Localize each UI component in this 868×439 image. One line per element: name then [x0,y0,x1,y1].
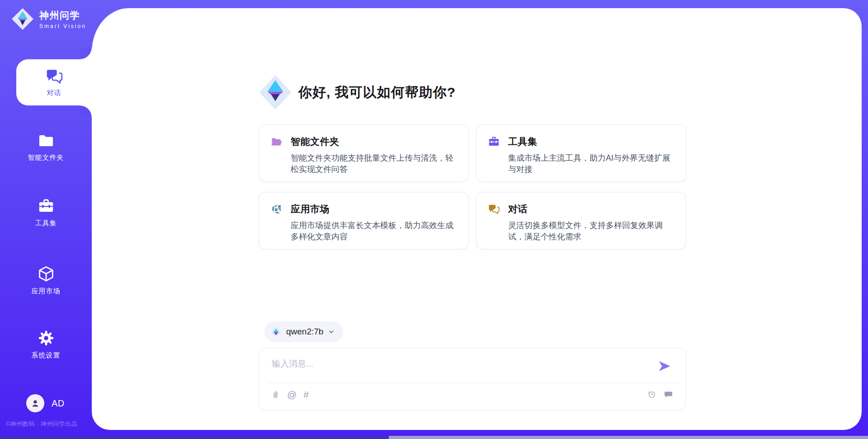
hashtag-icon[interactable]: # [303,390,309,400]
user-name: AD [52,398,65,409]
brand-name: 神州问学 [39,9,86,22]
conversation-icon[interactable] [664,390,673,399]
brand: 神州问学 Smart Vision [10,6,86,32]
card-title: 对话 [508,203,528,215]
card-app-market[interactable]: 应用市场 应用市场提供丰富长文本模板，助力高效生成多样化文章内容 [259,192,469,249]
assistant-logo-icon [258,73,293,112]
sidebar-item-app-market[interactable]: 应用市场 [0,265,92,296]
sidebar-item-smart-folder[interactable]: 智能文件夹 [0,132,92,162]
sidebar-item-label: 对话 [47,89,61,97]
main-panel: 你好, 我可以如何帮助你? 智能文件夹 智能文件夹功能支持批量文件上传与清洗，轻… [92,8,862,430]
card-description: 智能文件夹功能支持批量文件上传与清洗，轻松实现文件问答 [291,153,458,175]
card-chat[interactable]: 对话 灵活切换多模型文件，支持多样回复效果调试，满足个性化需求 [476,192,686,249]
mention-icon[interactable]: @ [287,390,297,400]
avatar [26,394,44,412]
gear-icon [37,329,55,347]
active-tab-fillet-bottom [80,105,92,117]
sidebar-item-chat[interactable]: 对话 [16,59,92,105]
sidebar-item-settings[interactable]: 系统设置 [0,329,92,360]
sidebar-item-label: 工具集 [35,219,57,228]
toolbox-icon [488,136,500,148]
sidebar-item-label: 应用市场 [32,287,61,296]
brand-subtitle: Smart Vision [39,23,86,29]
message-composer: @ # [259,348,686,411]
brand-text: 神州问学 Smart Vision [39,9,86,29]
card-title: 智能文件夹 [291,135,340,148]
card-title: 应用市场 [291,203,330,215]
message-input[interactable] [272,358,651,381]
chat-icon [488,203,500,215]
folder-icon [38,132,55,149]
active-tab-fillet-top [80,48,92,59]
card-title: 工具集 [508,135,538,148]
cube-icon [37,265,55,283]
horizontal-scrollbar[interactable] [0,436,868,439]
scrollbar-thumb[interactable] [0,436,389,439]
card-description: 灵活切换多模型文件，支持多样回复效果调试，满足个性化需求 [508,220,675,243]
attachment-icon[interactable] [271,390,280,400]
content-area: 你好, 我可以如何帮助你? 智能文件夹 智能文件夹功能支持批量文件上传与清洗，轻… [259,8,686,430]
brand-logo-icon [10,6,35,32]
card-smart-folder[interactable]: 智能文件夹 智能文件夹功能支持批量文件上传与清洗，轻松实现文件问答 [259,124,469,182]
greeting: 你好, 我可以如何帮助你? [258,73,456,112]
chevron-down-icon [328,328,335,335]
greeting-title: 你好, 我可以如何帮助你? [298,83,456,102]
sidebar-item-label: 智能文件夹 [28,153,64,162]
sidebar: 神州问学 Smart Vision 对话 智能文件夹 工具集 [0,0,92,439]
card-description: 应用市场提供丰富长文本模板，助力高效生成多样化文章内容 [291,220,458,243]
user-profile[interactable]: AD [26,394,65,412]
composer-divider [267,383,678,383]
copyright-footer: ©神州数码 · 神州问学出品 [6,420,77,428]
card-description: 集成市场上主流工具，助力AI与外界无缝扩展与对接 [508,153,675,175]
chat-icon [45,67,63,86]
card-toolset[interactable]: 工具集 集成市场上主流工具，助力AI与外界无缝扩展与对接 [476,124,686,182]
model-logo-icon [270,326,282,338]
person-icon [30,398,41,409]
model-selector[interactable]: qwen2:7b [264,321,343,342]
grid-cube-icon [270,203,283,215]
send-icon[interactable] [658,359,671,373]
folder-open-icon [270,136,283,148]
toolbox-icon [38,198,55,215]
history-icon[interactable] [647,390,656,399]
model-name: qwen2:7b [286,327,323,337]
sidebar-item-label: 系统设置 [32,351,61,360]
sidebar-item-toolset[interactable]: 工具集 [0,198,92,228]
feature-cards: 智能文件夹 智能文件夹功能支持批量文件上传与清洗，轻松实现文件问答 工具集 集成… [259,124,686,249]
